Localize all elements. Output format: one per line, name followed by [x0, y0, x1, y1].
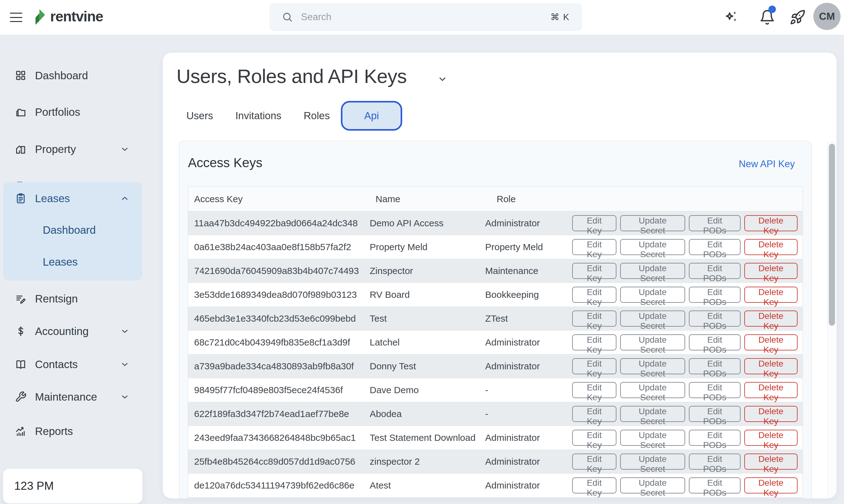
row-actions: Edit KeyUpdate SecretEdit PODsDelete Key	[572, 263, 803, 279]
edit-pods-button[interactable]: Edit PODs	[689, 287, 741, 303]
edit-key-button[interactable]: Edit Key	[572, 478, 616, 493]
access-key-cell: 25fb4e8b45264cc89d057dd1d9ac0756	[188, 456, 364, 467]
edit-key-button[interactable]: Edit Key	[572, 358, 616, 374]
sidebar-item-label: Rentsign	[35, 292, 78, 305]
sidebar-item-accounting[interactable]: Accounting	[3, 322, 142, 341]
title-chevron-down-icon[interactable]	[436, 73, 448, 85]
update-secret-button[interactable]: Update Secret	[620, 239, 685, 255]
edit-pods-button[interactable]: Edit PODs	[689, 215, 741, 231]
delete-key-button[interactable]: Delete Key	[744, 334, 797, 350]
edit-key-button[interactable]: Edit Key	[572, 453, 616, 470]
sidebar-item-label: Maintenance	[35, 391, 97, 403]
update-secret-button[interactable]: Update Secret	[620, 430, 685, 446]
edit-key-button[interactable]: Edit Key	[572, 287, 616, 303]
tab-users[interactable]: Users	[175, 101, 224, 131]
sidebar-item-leases[interactable]: Leases	[3, 189, 142, 208]
tab-invitations[interactable]: Invitations	[224, 101, 292, 131]
scrollbar-track[interactable]	[827, 141, 837, 499]
access-key-cell: de120a76dc53411194739bf62ed6c86e	[188, 480, 364, 491]
sparkles-icon[interactable]	[724, 9, 740, 25]
name-cell: Abodea	[364, 409, 479, 419]
update-secret-button[interactable]: Update Secret	[620, 406, 685, 422]
rocket-icon[interactable]	[790, 9, 806, 25]
edit-pods-button[interactable]: Edit PODs	[689, 358, 741, 374]
update-secret-button[interactable]: Update Secret	[620, 287, 685, 303]
update-secret-button[interactable]: Update Secret	[620, 453, 685, 470]
delete-key-button[interactable]: Delete Key	[744, 382, 797, 398]
edit-pods-button[interactable]: Edit PODs	[689, 382, 741, 398]
role-cell: Maintenance	[479, 266, 572, 276]
edit-key-button[interactable]: Edit Key	[572, 430, 616, 446]
access-key-cell: 3e53dde1689349dea8d070f989b03123	[188, 289, 364, 300]
delete-key-button[interactable]: Delete Key	[744, 453, 797, 470]
delete-key-button[interactable]: Delete Key	[744, 287, 797, 303]
access-key-cell: 465ebd3e1e3340fcb23d53e6c099bebd	[188, 313, 364, 324]
row-actions: Edit KeyUpdate SecretEdit PODsDelete Key	[572, 406, 803, 422]
name-cell: zinspector 2	[364, 456, 479, 467]
role-cell: ZTest	[479, 313, 572, 324]
sidebar-subitem-label: Dashboard	[43, 224, 96, 236]
table-row: 0a61e38b24ac403aa0e8f158b57fa2f2Property…	[188, 235, 803, 259]
access-key-cell: 98495f77fcf0489e803f5ece24f4536f	[188, 385, 364, 395]
menu-icon[interactable]	[10, 12, 22, 23]
update-secret-button[interactable]: Update Secret	[620, 358, 685, 374]
scrollbar-thumb[interactable]	[829, 144, 835, 326]
sidebar: Dashboard Portfolios Property Screening	[0, 35, 155, 504]
delete-key-button[interactable]: Delete Key	[744, 310, 797, 327]
delete-key-button[interactable]: Delete Key	[744, 239, 797, 255]
edit-pods-button[interactable]: Edit PODs	[689, 239, 741, 255]
delete-key-button[interactable]: Delete Key	[744, 263, 797, 279]
name-cell: Demo API Access	[364, 218, 479, 229]
sidebar-item-rentsign[interactable]: Rentsign	[3, 289, 142, 308]
edit-key-button[interactable]: Edit Key	[572, 263, 616, 279]
update-secret-button[interactable]: Update Secret	[620, 478, 685, 493]
role-cell: Administrator	[479, 432, 572, 443]
update-secret-button[interactable]: Update Secret	[620, 310, 685, 327]
access-key-cell: 622f189fa3d347f2b74ead1aef77be8e	[188, 409, 364, 419]
tab-roles[interactable]: Roles	[292, 101, 341, 131]
edit-pods-button[interactable]: Edit PODs	[689, 310, 741, 327]
edit-key-button[interactable]: Edit Key	[572, 239, 616, 255]
search-input[interactable]: Search ⌘ K	[270, 3, 582, 31]
sidebar-item-portfolios[interactable]: Portfolios	[3, 103, 142, 122]
sidebar-item-reports[interactable]: Reports	[3, 422, 142, 441]
tab-api[interactable]: Api	[341, 101, 402, 131]
edit-key-button[interactable]: Edit Key	[572, 334, 616, 350]
new-api-key-link[interactable]: New API Key	[739, 159, 795, 170]
sidebar-subitem-dashboard[interactable]: Dashboard	[3, 220, 142, 240]
edit-pods-button[interactable]: Edit PODs	[689, 263, 741, 279]
delete-key-button[interactable]: Delete Key	[744, 478, 797, 493]
update-secret-button[interactable]: Update Secret	[620, 215, 685, 231]
delete-key-button[interactable]: Delete Key	[744, 358, 797, 374]
sidebar-item-maintenance[interactable]: Maintenance	[3, 387, 142, 407]
update-secret-button[interactable]: Update Secret	[620, 263, 685, 279]
update-secret-button[interactable]: Update Secret	[620, 382, 685, 398]
edit-pods-button[interactable]: Edit PODs	[689, 478, 741, 493]
update-secret-button[interactable]: Update Secret	[620, 334, 685, 350]
avatar[interactable]: CM	[813, 3, 841, 30]
sidebar-item-label: Portfolios	[35, 106, 80, 118]
edit-key-button[interactable]: Edit Key	[572, 382, 616, 398]
table-row: 68c721d0c4b043949fb835e8cf1a3d9fLatchelA…	[188, 331, 803, 355]
edit-key-button[interactable]: Edit Key	[572, 310, 616, 327]
table-row: 622f189fa3d347f2b74ead1aef77be8eAbodea-E…	[188, 402, 803, 426]
sidebar-item-dashboard[interactable]: Dashboard	[3, 66, 142, 85]
edit-key-button[interactable]: Edit Key	[572, 406, 616, 422]
chevron-down-icon	[120, 145, 129, 154]
rentvine-logo[interactable]: rentvine	[33, 8, 103, 25]
delete-key-button[interactable]: Delete Key	[744, 215, 797, 231]
edit-pods-button[interactable]: Edit PODs	[689, 334, 741, 350]
edit-key-button[interactable]: Edit Key	[572, 215, 616, 231]
delete-key-button[interactable]: Delete Key	[744, 430, 797, 446]
name-cell: Donny Test	[364, 361, 479, 372]
chevron-down-icon	[120, 327, 129, 336]
edit-pods-button[interactable]: Edit PODs	[689, 430, 741, 446]
edit-pods-button[interactable]: Edit PODs	[689, 406, 741, 422]
delete-key-button[interactable]: Delete Key	[744, 406, 797, 422]
sidebar-item-contacts[interactable]: Contacts	[3, 355, 142, 374]
sidebar-item-property[interactable]: Property	[3, 140, 142, 159]
sidebar-subitem-leases[interactable]: Leases	[3, 252, 142, 271]
page-title: Users, Roles and API Keys	[177, 65, 407, 87]
table-row: 7421690da76045909a83b4b407c74493Zinspect…	[188, 259, 803, 283]
edit-pods-button[interactable]: Edit PODs	[689, 453, 741, 470]
